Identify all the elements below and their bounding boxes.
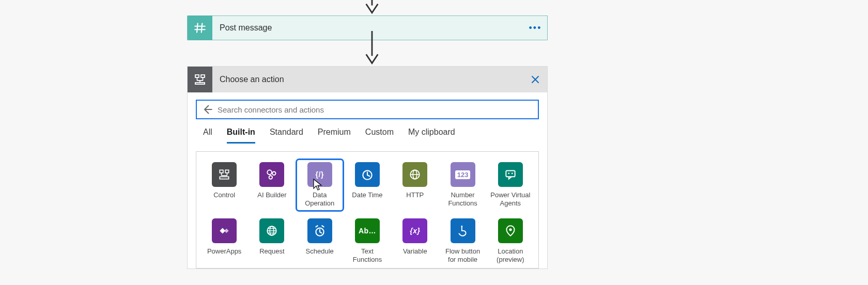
connector-http[interactable]: HTTP (393, 161, 437, 209)
connector-dataop[interactable]: {/}Data Operation (298, 161, 342, 209)
touch-icon (451, 218, 475, 243)
more-menu-button[interactable]: ••• (523, 16, 547, 40)
svg-rect-3 (195, 75, 199, 77)
connector-label: Text Functions (353, 247, 382, 264)
connector-label: HTTP (406, 191, 424, 199)
request-icon (259, 218, 284, 243)
num-icon: 123 (451, 162, 475, 187)
flow-arrow-mid (363, 41, 381, 66)
action-card-post-message[interactable]: Post message ••• (187, 15, 548, 40)
svg-rect-4 (201, 75, 205, 77)
close-icon (531, 75, 539, 84)
connector-label: Date Time (352, 191, 382, 199)
aibuilder-icon (259, 162, 284, 187)
choose-action-panel: Choose an action All Built-in Standard P… (187, 66, 548, 269)
svg-rect-9 (195, 83, 205, 84)
connector-label: Location (preview) (497, 247, 524, 264)
connector-num[interactable]: 123Number Functions (441, 161, 484, 209)
papps-icon (212, 218, 237, 243)
tab-built-in[interactable]: Built-in (227, 128, 255, 144)
panel-header: Choose an action (188, 67, 547, 92)
text-icon: Ab… (355, 218, 380, 243)
connector-label: Request (259, 247, 284, 256)
connector-label: Data Operation (305, 191, 334, 208)
connector-pva[interactable]: Power Virtual Agents (489, 161, 532, 209)
connector-control[interactable]: Control (203, 161, 246, 209)
panel-title: Choose an action (212, 75, 523, 84)
connector-label: Flow button for mobile (445, 247, 480, 264)
search-input[interactable] (216, 105, 533, 115)
tab-my-clipboard[interactable]: My clipboard (408, 128, 455, 144)
filter-tabs: All Built-in Standard Premium Custom My … (196, 119, 539, 144)
connector-grid: ControlAI Builder{/}Data OperationDate T… (203, 161, 532, 265)
svg-rect-1 (194, 22, 206, 34)
connector-request[interactable]: Request (250, 217, 293, 265)
connector-label: AI Builder (257, 191, 286, 199)
connector-text[interactable]: Ab…Text Functions (346, 217, 389, 265)
connector-var[interactable]: {x}Variable (393, 217, 437, 265)
tab-all[interactable]: All (203, 128, 212, 144)
action-card-title: Post message (212, 23, 523, 33)
connector-papps[interactable]: PowerApps (203, 217, 246, 265)
tab-premium[interactable]: Premium (318, 128, 351, 144)
tab-custom[interactable]: Custom (365, 128, 394, 144)
ellipsis-icon: ••• (529, 23, 542, 34)
back-arrow-button[interactable] (202, 104, 212, 115)
connector-label: Number Functions (448, 191, 477, 208)
alarm-icon (307, 218, 332, 243)
connector-pin[interactable]: Location (preview) (489, 217, 532, 265)
connector-clock[interactable]: Date Time (346, 161, 389, 209)
pva-icon (498, 162, 523, 187)
connector-alarm[interactable]: Schedule (298, 217, 342, 265)
connector-label: PowerApps (207, 247, 241, 256)
add-step-icon (188, 67, 212, 92)
control-icon (212, 162, 237, 187)
close-button[interactable] (523, 67, 547, 92)
http-icon (402, 162, 427, 187)
flow-arrow-top (363, 0, 381, 15)
connector-touch[interactable]: Flow button for mobile (441, 217, 484, 265)
connector-label: Control (213, 191, 235, 199)
dataop-icon: {/} (307, 162, 332, 187)
connector-aibuilder[interactable]: AI Builder (250, 161, 293, 209)
tab-standard[interactable]: Standard (270, 128, 303, 144)
connector-grid-container: ControlAI Builder{/}Data OperationDate T… (196, 151, 539, 268)
var-icon: {x} (402, 218, 427, 243)
connector-label: Power Virtual Agents (490, 191, 530, 208)
pin-icon (498, 218, 523, 243)
connector-label: Schedule (306, 247, 334, 256)
clock-icon (355, 162, 380, 187)
search-bar[interactable] (196, 100, 539, 119)
hash-icon (188, 15, 212, 40)
connector-label: Variable (403, 247, 427, 256)
